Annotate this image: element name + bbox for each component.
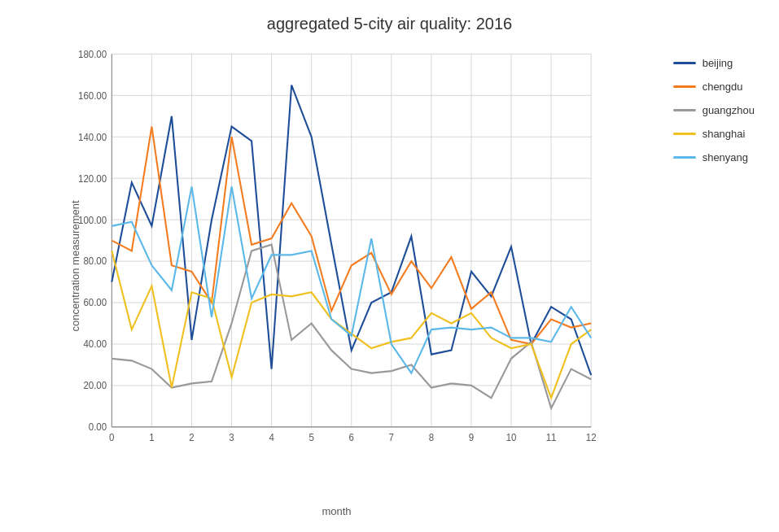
svg-text:1: 1 [149, 432, 154, 443]
svg-text:80.00: 80.00 [83, 255, 107, 266]
legend-line-beijing [673, 62, 696, 64]
svg-text:160.00: 160.00 [78, 89, 107, 100]
legend-item-shenyang: shenyang [673, 151, 755, 164]
svg-text:10: 10 [506, 432, 517, 443]
legend-label-shanghai: shanghai [702, 128, 746, 140]
svg-text:11: 11 [546, 432, 557, 443]
legend-label-beijing: beijing [702, 57, 733, 69]
chart-area: 0.0020.0040.0060.0080.00100.00120.00140.… [65, 41, 608, 467]
legend-label-shenyang: shenyang [702, 151, 748, 164]
svg-text:180.00: 180.00 [78, 48, 107, 59]
svg-text:0.00: 0.00 [89, 421, 107, 432]
svg-text:140.00: 140.00 [78, 131, 107, 142]
svg-text:12: 12 [586, 432, 597, 443]
legend-item-guangzhou: guangzhou [673, 104, 755, 116]
svg-text:100.00: 100.00 [78, 214, 107, 225]
legend-line-guangzhou [673, 109, 696, 111]
svg-text:5: 5 [309, 432, 314, 443]
chart-title: aggregated 5-city air quality: 2016 [0, 0, 779, 37]
legend-item-chengdu: chengdu [673, 81, 755, 93]
svg-text:0: 0 [109, 432, 115, 443]
svg-text:60.00: 60.00 [83, 297, 107, 307]
svg-text:20.00: 20.00 [83, 380, 107, 390]
legend: beijingchengduguangzhoushanghaishenyang [673, 57, 755, 164]
x-axis-label: month [65, 505, 608, 517]
svg-text:2: 2 [189, 432, 194, 443]
legend-label-guangzhou: guangzhou [702, 104, 755, 116]
svg-text:9: 9 [469, 432, 474, 443]
svg-text:120.00: 120.00 [78, 172, 107, 183]
svg-text:8: 8 [429, 432, 435, 443]
svg-text:3: 3 [229, 432, 234, 443]
legend-item-shanghai: shanghai [673, 128, 755, 140]
svg-text:40.00: 40.00 [83, 338, 107, 349]
legend-label-chengdu: chengdu [702, 81, 743, 93]
chart-svg: 0.0020.0040.0060.0080.00100.00120.00140.… [65, 41, 608, 467]
legend-item-beijing: beijing [673, 57, 755, 69]
legend-line-chengdu [673, 85, 696, 88]
chart-container: aggregated 5-city air quality: 2016 conc… [0, 0, 779, 532]
legend-line-shenyang [673, 156, 696, 159]
svg-text:7: 7 [389, 432, 394, 443]
legend-line-shanghai [673, 133, 696, 135]
svg-text:4: 4 [269, 432, 274, 443]
svg-text:6: 6 [349, 432, 354, 443]
